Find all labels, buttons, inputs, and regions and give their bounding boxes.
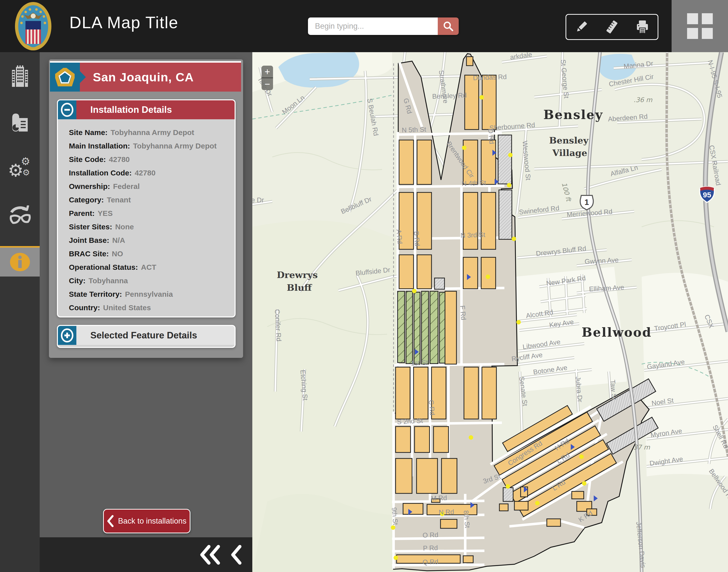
map-label: Bluff: [287, 282, 312, 293]
zoom-in-button[interactable]: +: [262, 66, 273, 78]
yellow-point-marker[interactable]: [393, 556, 398, 560]
detail-value: N/A: [112, 234, 125, 247]
yellow-point-marker[interactable]: [486, 275, 490, 279]
search-input[interactable]: [308, 17, 438, 35]
detail-label: State Territory:: [69, 287, 122, 301]
print-button[interactable]: [633, 17, 652, 37]
map-label: Drewrys: [277, 270, 318, 280]
installation-details-header[interactable]: Installation Details: [58, 100, 235, 119]
print-icon: [635, 19, 650, 34]
yellow-point-marker[interactable]: [582, 481, 586, 486]
map-label: Bellwood: [582, 325, 652, 340]
detail-row: BRAC Site:NO: [69, 247, 235, 261]
map-label: D Rd: [487, 128, 495, 144]
detail-label: BRAC Site:: [69, 247, 109, 261]
detail-value: Tobyhanna Army Depot: [133, 139, 217, 153]
sidebar-item-settings[interactable]: ⚙⚙⚙: [0, 153, 40, 183]
info-icon: [9, 252, 30, 272]
yellow-point-marker[interactable]: [462, 145, 466, 150]
detail-value: Federal: [113, 180, 140, 193]
detail-value: Tobyhanna: [89, 274, 128, 287]
sidebar-item-info[interactable]: [0, 246, 40, 277]
search-button[interactable]: [438, 17, 459, 35]
detail-row: Sister Sites:None: [69, 220, 235, 234]
selected-feature-header[interactable]: Selected Feature Details: [58, 326, 235, 345]
detail-row: Country:United States: [69, 301, 235, 314]
detail-row: Parent:YES: [69, 207, 235, 220]
yellow-point-marker[interactable]: [508, 153, 513, 157]
detail-value: Tobyhanna Army Depot: [111, 126, 194, 139]
detail-value: 42780: [109, 153, 130, 166]
ruler-icon: [604, 19, 620, 34]
draw-button[interactable]: [572, 17, 591, 37]
detail-value: Tenant: [107, 193, 131, 207]
map-label: N 3rd St: [460, 231, 486, 239]
app-title: DLA Map Title: [69, 13, 178, 32]
location-title: San Joaquin, CA: [93, 70, 194, 84]
map-label: 9th St: [390, 507, 399, 525]
yellow-point-marker[interactable]: [535, 501, 539, 505]
detail-row: Ownership:Federal: [69, 180, 235, 193]
yellow-point-marker[interactable]: [516, 320, 521, 325]
yellow-point-marker[interactable]: [507, 183, 511, 188]
yellow-point-marker[interactable]: [506, 484, 510, 489]
expand-toggle[interactable]: [58, 326, 76, 345]
sidebar-item-reports[interactable]: [0, 108, 40, 138]
detail-value: United States: [103, 301, 151, 314]
selected-feature-title: Selected Feature Details: [76, 326, 235, 345]
yellow-point-marker[interactable]: [480, 95, 484, 99]
detail-label: Category:: [69, 193, 104, 207]
building-icon: [11, 65, 29, 87]
map-svg[interactable]: 1 95 arkdaleDundas RdBensley RdStrathmor…: [252, 52, 728, 572]
installation-details-title: Installation Details: [76, 100, 235, 119]
detail-value: NO: [112, 247, 123, 261]
installation-card: San Joaquin, CA Installation Details Sit…: [49, 59, 243, 358]
double-chevron-left-icon[interactable]: [199, 545, 221, 565]
detail-label: Operational Status:: [69, 261, 138, 274]
search-icon: [443, 21, 454, 32]
map-label: B Rd: [412, 231, 421, 246]
sidebar-item-sustainability[interactable]: [0, 201, 40, 231]
zoom-out-button[interactable]: −: [262, 78, 273, 90]
chevron-left-icon: [107, 515, 114, 527]
chevron-left-collapse-icon[interactable]: [230, 545, 242, 565]
yellow-point-marker[interactable]: [391, 525, 395, 530]
detail-label: Ownership:: [69, 180, 110, 193]
map-label: 37 m: [634, 443, 650, 451]
map-canvas[interactable]: + −: [252, 52, 728, 572]
detail-value: YES: [97, 207, 113, 220]
detail-row: City:Tobyhanna: [69, 274, 235, 287]
map-label: .36 m: [634, 96, 653, 103]
circle-plus-icon: [61, 329, 74, 342]
back-to-installations-button[interactable]: Back to installations: [103, 509, 191, 533]
map-label: C Rd: [427, 400, 436, 416]
detail-row: State Territory:Pennsylvania: [69, 287, 235, 301]
detail-label: Site Name:: [69, 126, 107, 139]
back-button-label: Back to installations: [118, 517, 187, 525]
measure-button[interactable]: [602, 17, 622, 37]
selected-feature-section: Selected Feature Details: [57, 325, 236, 348]
search-bar: [308, 17, 459, 35]
map-label: A Rd: [395, 229, 404, 244]
map-label: Bensley: [549, 135, 588, 145]
map-label: N 4th St: [461, 179, 486, 187]
yellow-point-marker[interactable]: [512, 236, 516, 241]
circle-minus-icon: [61, 103, 74, 117]
detail-row: Site Code:42780: [69, 153, 235, 166]
map-label: S 2nd St: [397, 417, 423, 426]
yellow-point-marker[interactable]: [469, 435, 473, 440]
collapse-toggle[interactable]: [58, 100, 76, 119]
detail-row: Category:Tenant: [69, 193, 235, 207]
yellow-point-marker[interactable]: [579, 454, 584, 459]
sidebar-item-installations[interactable]: [0, 61, 40, 91]
apps-grid-button[interactable]: [672, 0, 728, 52]
detail-row: Operational Status:ACT: [69, 261, 235, 274]
map-label: Bensley: [543, 107, 603, 122]
details-panel: San Joaquin, CA Installation Details Sit…: [40, 52, 252, 537]
map-label: 1st St: [411, 359, 428, 367]
detail-label: Sister Sites:: [69, 220, 112, 234]
detail-row: Installation Code:42780: [69, 166, 235, 180]
detail-row: Joint Base:N/A: [69, 234, 235, 247]
yellow-point-marker[interactable]: [412, 289, 417, 293]
detail-label: Main Installation:: [69, 139, 130, 153]
